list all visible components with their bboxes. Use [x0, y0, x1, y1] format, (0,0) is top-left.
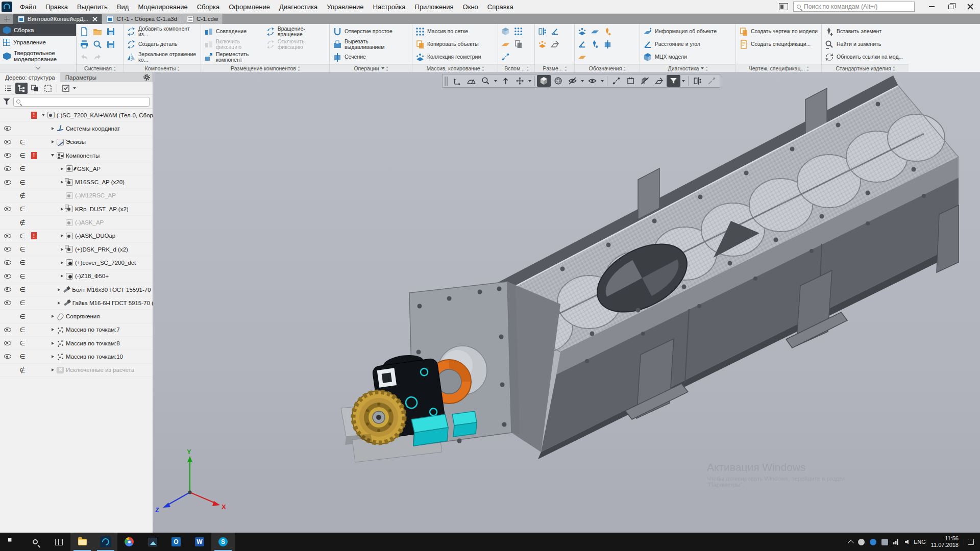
designation-1-button[interactable] — [576, 25, 588, 38]
file-explorer-button[interactable] — [70, 533, 94, 551]
expander-closed-icon[interactable] — [50, 140, 56, 143]
visibility-eye-icon[interactable] — [4, 234, 11, 238]
tree-item-array-7[interactable]: ∈Массив по точкам:7 — [0, 323, 153, 337]
visibility-eye-icon[interactable] — [4, 287, 11, 292]
dim-tool-4-button[interactable] — [549, 38, 561, 51]
command-search-input[interactable]: Поиск по командам (Alt+/) — [793, 2, 915, 12]
array-by-grid-button[interactable]: Массив по сетке — [414, 25, 482, 38]
tree-view-list-button[interactable] — [2, 83, 14, 94]
find-replace-button[interactable]: Найти и заменить — [823, 38, 904, 51]
save-button[interactable] — [105, 25, 117, 38]
section-view-button[interactable] — [691, 75, 704, 87]
menu-applications[interactable]: Приложения — [410, 3, 458, 11]
create-bom-button[interactable]: Создать спецификаци... — [738, 38, 819, 51]
mirror-components-button[interactable]: Зеркальное отражение ко... — [125, 51, 199, 63]
tree-selection-mode-button[interactable] — [42, 83, 54, 94]
eyedropper-button[interactable] — [705, 75, 719, 87]
dropdown-arrow-icon[interactable] — [73, 87, 76, 89]
word-button[interactable]: W — [188, 533, 211, 551]
designation-5-button[interactable] — [589, 38, 601, 51]
tree-view-structure-button[interactable] — [15, 83, 28, 94]
visibility-eye-icon[interactable] — [4, 300, 11, 305]
new-document-tab-button[interactable] — [0, 14, 13, 24]
visibility-eye-icon[interactable] — [4, 166, 11, 171]
drive-unit[interactable] — [341, 282, 520, 462]
copy-objects-button[interactable]: Копировать объекты — [414, 38, 482, 51]
menu-layout[interactable]: Оформление — [224, 3, 275, 11]
distance-angle-button[interactable]: Расстояние и угол — [642, 38, 718, 51]
menu-edit[interactable]: Правка — [41, 3, 72, 11]
aux-plane-button[interactable] — [500, 25, 511, 38]
kompas-app-button[interactable] — [94, 533, 117, 551]
insert-element-button[interactable]: Вставить элемент — [823, 25, 904, 38]
expander-closed-icon[interactable] — [59, 167, 65, 170]
dim-tool-1-button[interactable] — [536, 25, 548, 38]
tree-item-m16ssc-ap[interactable]: ∈M16SSC_AP (x20) — [0, 176, 153, 189]
tree-item-mates[interactable]: ∈Сопряжения — [0, 310, 153, 323]
tree-item-sketches[interactable]: ∈Эскизы — [0, 136, 153, 149]
menu-window[interactable]: Окно — [458, 3, 483, 11]
language-indicator[interactable]: ENG — [914, 539, 926, 545]
visibility-eye-icon[interactable] — [4, 207, 11, 211]
aux-point-array-button[interactable] — [512, 25, 524, 38]
explode-components-button[interactable] — [609, 75, 623, 87]
tree-item-dsk-prk-d[interactable]: ∈(+)DSK_PRK_d (x2) — [0, 243, 153, 256]
dropdown-arrow-icon[interactable] — [494, 80, 497, 82]
visibility-eye-icon[interactable] — [4, 328, 11, 332]
tray-pen-icon[interactable] — [881, 539, 888, 545]
visibility-eye-icon[interactable] — [4, 153, 11, 158]
undo-button[interactable] — [78, 51, 90, 63]
rotation-rotation-mate-button[interactable]: Вращение-вращение — [264, 25, 328, 38]
hide-objects-button[interactable] — [566, 75, 579, 87]
visibility-eye-icon[interactable] — [4, 140, 11, 144]
disable-fixation-button[interactable]: Отключить фиксацию — [264, 38, 328, 51]
menu-management[interactable]: Управление — [322, 3, 368, 11]
3d-viewport[interactable]: Y X Z — [153, 72, 980, 533]
network-icon[interactable] — [893, 539, 900, 545]
mode-management[interactable]: Управление — [0, 36, 76, 48]
tab-close-icon[interactable] — [92, 17, 97, 21]
mode-assembly[interactable]: Сборка — [0, 24, 76, 36]
designation-6-button[interactable] — [576, 51, 588, 63]
pan-button[interactable] — [513, 75, 527, 87]
zoom-button[interactable] — [479, 75, 493, 87]
move-component-button[interactable]: Переместить компонент — [203, 51, 263, 63]
tree-item-z18-f50[interactable]: ∈(-)Z18_Ф50+ — [0, 270, 153, 283]
dropdown-arrow-icon[interactable] — [682, 80, 685, 82]
expander-closed-icon[interactable] — [59, 261, 65, 264]
coincidence-mate-button[interactable]: Совпадение — [203, 25, 263, 38]
cut-extrude-button[interactable]: Вырезать выдавливанием — [331, 38, 410, 51]
tree-search-input[interactable] — [13, 97, 150, 107]
3d-model-scene[interactable]: Y X Z — [153, 72, 980, 533]
visibility-eye-icon[interactable] — [4, 126, 11, 131]
expander-closed-icon[interactable] — [59, 234, 65, 237]
visibility-eye-icon[interactable] — [4, 260, 11, 265]
expander-closed-icon[interactable] — [50, 342, 56, 345]
designation-3-button[interactable] — [602, 25, 614, 38]
tree-item-cover-sc-7200[interactable]: ∈(+)cover_SC_7200_det — [0, 256, 153, 269]
tab-assembly-active[interactable]: ВинтовойКонвейерД... — [13, 14, 102, 24]
show-objects-button[interactable] — [585, 75, 599, 87]
shaded-display-button[interactable] — [537, 75, 551, 87]
tree-item-gsk-ap[interactable]: ∈GSK_AP — [0, 162, 153, 176]
menu-file[interactable]: Файл — [15, 3, 41, 11]
tree-item-krp-dust-ap[interactable]: ∈KRp_DUST_AP (x2) — [0, 203, 153, 216]
geometry-collection-button[interactable]: Коллекция геометрии — [414, 51, 482, 63]
move-up-button[interactable] — [499, 75, 512, 87]
tree-item-bolt-m16[interactable]: ∈Болт М16х30 ГОСТ 15591-70 (х46) — [0, 283, 153, 296]
tree-item-m12rsc-ap-excluded[interactable]: ∉(-)M12RSC_AP — [0, 189, 153, 203]
visibility-eye-icon[interactable] — [4, 247, 11, 252]
taskbar-search-button[interactable] — [23, 533, 47, 551]
conveyor-trough[interactable] — [472, 76, 959, 459]
aux-axis-button[interactable] — [500, 51, 511, 63]
clock[interactable]: 11:56 11.07.2018 — [931, 535, 959, 548]
expander-closed-icon[interactable] — [59, 208, 65, 211]
print-preview-button[interactable] — [91, 38, 104, 51]
open-document-button[interactable] — [91, 25, 104, 38]
aux-local-csys-button[interactable] — [512, 38, 524, 51]
dropdown-arrow-icon[interactable] — [381, 67, 384, 69]
tree-item-components[interactable]: ∈!Компоненты — [0, 149, 153, 162]
orientation-angle-button[interactable] — [464, 75, 478, 87]
tree-item-root-assembly[interactable]: !(-)SC_7200_KAI+WAM (Тел-0, Сбороч — [0, 109, 153, 122]
save-as-button[interactable] — [105, 38, 117, 51]
